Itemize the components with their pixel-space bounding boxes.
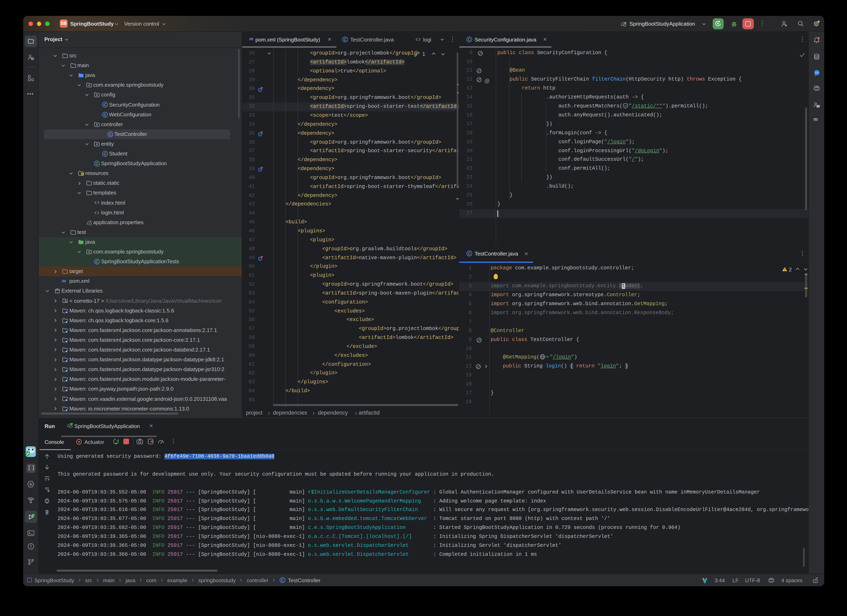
svg-text:C: C: [281, 578, 284, 582]
svg-text:C: C: [109, 132, 112, 136]
svg-text:C: C: [103, 152, 106, 156]
svg-text:C: C: [96, 259, 98, 264]
svg-text:C: C: [468, 37, 471, 41]
svg-text:C: C: [103, 112, 106, 117]
svg-text:?: ?: [31, 57, 33, 60]
svg-text:C: C: [103, 103, 106, 107]
svg-text:C: C: [344, 37, 346, 41]
svg-text:C: C: [468, 252, 471, 256]
